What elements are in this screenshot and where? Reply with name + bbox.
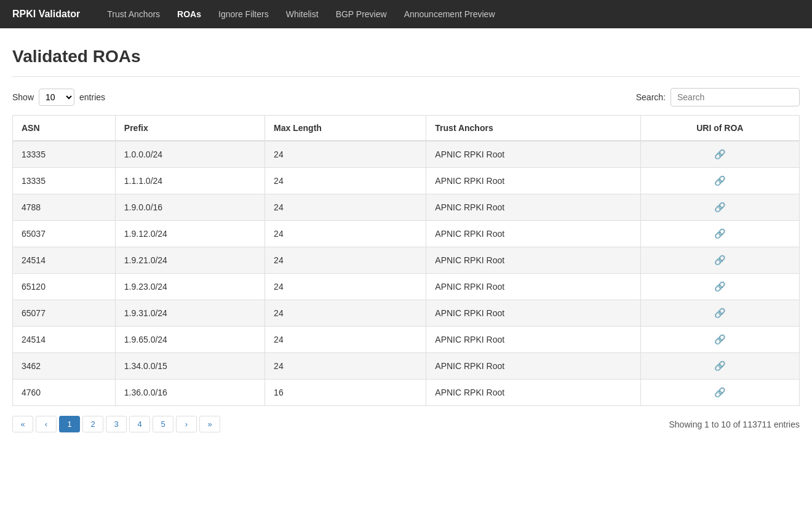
pagination-page-4[interactable]: 4 — [129, 416, 150, 432]
nav-links: Trust AnchorsROAsIgnore FiltersWhitelist… — [98, 0, 503, 28]
roa-table: ASNPrefixMax LengthTrust AnchorsURI of R… — [12, 115, 800, 406]
link-icon[interactable]: 🔗 — [714, 334, 726, 345]
prefix-cell: 1.34.0.0/15 — [115, 353, 265, 380]
nav-link-bgp-preview[interactable]: BGP Preview — [327, 0, 396, 28]
link-icon[interactable]: 🔗 — [714, 149, 726, 160]
uri-cell[interactable]: 🔗 — [640, 194, 799, 221]
link-icon[interactable]: 🔗 — [714, 202, 726, 213]
prefix-cell: 1.9.65.0/24 — [115, 327, 265, 353]
table-row: 245141.9.21.0/2424APNIC RPKI Root🔗 — [13, 247, 800, 274]
prefix-cell: 1.9.12.0/24 — [115, 221, 265, 247]
entries-label: entries — [79, 92, 105, 102]
asn-cell: 4788 — [13, 194, 116, 221]
uri-cell[interactable]: 🔗 — [640, 274, 799, 300]
navbar: RPKI Validator Trust AnchorsROAsIgnore F… — [0, 0, 812, 28]
maxlength-cell: 24 — [265, 168, 426, 194]
table-row: 245141.9.65.0/2424APNIC RPKI Root🔗 — [13, 327, 800, 353]
table-row: 133351.0.0.0/2424APNIC RPKI Root🔗 — [13, 141, 800, 168]
trustanchor-cell: APNIC RPKI Root — [426, 300, 640, 327]
asn-cell: 24514 — [13, 327, 116, 353]
link-icon[interactable]: 🔗 — [714, 281, 726, 292]
entries-select[interactable]: 102550100 — [39, 89, 74, 106]
maxlength-cell: 24 — [265, 353, 426, 380]
maxlength-cell: 24 — [265, 247, 426, 274]
pagination-next[interactable]: › — [176, 416, 197, 432]
table-row: 651201.9.23.0/2424APNIC RPKI Root🔗 — [13, 274, 800, 300]
col-uri-of-roa: URI of ROA — [640, 116, 799, 141]
show-entries: Show 102550100 entries — [12, 89, 105, 106]
asn-cell: 3462 — [13, 353, 116, 380]
table-body: 133351.0.0.0/2424APNIC RPKI Root🔗133351.… — [13, 141, 800, 406]
page-title: Validated ROAs — [12, 47, 800, 77]
pagination-first[interactable]: « — [12, 416, 33, 432]
nav-link-whitelist[interactable]: Whitelist — [277, 0, 327, 28]
prefix-cell: 1.1.1.0/24 — [115, 168, 265, 194]
table-row: 34621.34.0.0/1524APNIC RPKI Root🔗 — [13, 353, 800, 380]
prefix-cell: 1.9.21.0/24 — [115, 247, 265, 274]
nav-link-announcement-preview[interactable]: Announcement Preview — [396, 0, 504, 28]
search-label: Search: — [636, 92, 666, 102]
nav-link-trust-anchors[interactable]: Trust Anchors — [98, 0, 169, 28]
prefix-cell: 1.0.0.0/24 — [115, 141, 265, 168]
asn-cell: 24514 — [13, 247, 116, 274]
uri-cell[interactable]: 🔗 — [640, 247, 799, 274]
link-icon[interactable]: 🔗 — [714, 175, 726, 186]
maxlength-cell: 24 — [265, 274, 426, 300]
col-prefix: Prefix — [115, 116, 265, 141]
uri-cell[interactable]: 🔗 — [640, 380, 799, 406]
pagination-prev[interactable]: ‹ — [36, 416, 57, 432]
maxlength-cell: 24 — [265, 327, 426, 353]
col-asn: ASN — [13, 116, 116, 141]
link-icon[interactable]: 🔗 — [714, 228, 726, 239]
uri-cell[interactable]: 🔗 — [640, 221, 799, 247]
uri-cell[interactable]: 🔗 — [640, 327, 799, 353]
showing-text: Showing 1 to 10 of 113711 entries — [669, 420, 800, 429]
maxlength-cell: 24 — [265, 141, 426, 168]
uri-cell[interactable]: 🔗 — [640, 353, 799, 380]
table-header: ASNPrefixMax LengthTrust AnchorsURI of R… — [13, 116, 800, 141]
pagination-page-2[interactable]: 2 — [82, 416, 103, 432]
uri-cell[interactable]: 🔗 — [640, 300, 799, 327]
maxlength-cell: 24 — [265, 194, 426, 221]
show-label: Show — [12, 92, 34, 102]
pagination-page-3[interactable]: 3 — [106, 416, 127, 432]
col-max-length: Max Length — [265, 116, 426, 141]
nav-link-roas[interactable]: ROAs — [169, 0, 210, 28]
main-content: Validated ROAs Show 102550100 entries Se… — [0, 28, 812, 445]
asn-cell: 4760 — [13, 380, 116, 406]
search-row: Search: — [636, 88, 800, 106]
search-input[interactable] — [671, 88, 800, 106]
trustanchor-cell: APNIC RPKI Root — [426, 141, 640, 168]
link-icon[interactable]: 🔗 — [714, 387, 726, 398]
trustanchor-cell: APNIC RPKI Root — [426, 380, 640, 406]
prefix-cell: 1.9.0.0/16 — [115, 194, 265, 221]
table-row: 47601.36.0.0/1616APNIC RPKI Root🔗 — [13, 380, 800, 406]
trustanchor-cell: APNIC RPKI Root — [426, 221, 640, 247]
asn-cell: 65077 — [13, 300, 116, 327]
trustanchor-cell: APNIC RPKI Root — [426, 274, 640, 300]
pagination-page-5[interactable]: 5 — [153, 416, 173, 432]
table-row: 47881.9.0.0/1624APNIC RPKI Root🔗 — [13, 194, 800, 221]
link-icon[interactable]: 🔗 — [714, 308, 726, 319]
asn-cell: 65120 — [13, 274, 116, 300]
maxlength-cell: 24 — [265, 221, 426, 247]
col-trust-anchors: Trust Anchors — [426, 116, 640, 141]
nav-link-ignore-filters[interactable]: Ignore Filters — [210, 0, 277, 28]
pagination-row: «‹12345›» Showing 1 to 10 of 113711 entr… — [12, 416, 800, 432]
table-row: 650771.9.31.0/2424APNIC RPKI Root🔗 — [13, 300, 800, 327]
uri-cell[interactable]: 🔗 — [640, 168, 799, 194]
link-icon[interactable]: 🔗 — [714, 255, 726, 266]
header-row: ASNPrefixMax LengthTrust AnchorsURI of R… — [13, 116, 800, 141]
maxlength-cell: 16 — [265, 380, 426, 406]
prefix-cell: 1.36.0.0/16 — [115, 380, 265, 406]
pagination-page-1[interactable]: 1 — [59, 416, 80, 432]
trustanchor-cell: APNIC RPKI Root — [426, 353, 640, 380]
link-icon[interactable]: 🔗 — [714, 360, 726, 372]
pagination-last[interactable]: » — [199, 416, 220, 432]
maxlength-cell: 24 — [265, 300, 426, 327]
table-row: 650371.9.12.0/2424APNIC RPKI Root🔗 — [13, 221, 800, 247]
brand: RPKI Validator — [12, 9, 80, 20]
table-row: 133351.1.1.0/2424APNIC RPKI Root🔗 — [13, 168, 800, 194]
uri-cell[interactable]: 🔗 — [640, 141, 799, 168]
prefix-cell: 1.9.31.0/24 — [115, 300, 265, 327]
